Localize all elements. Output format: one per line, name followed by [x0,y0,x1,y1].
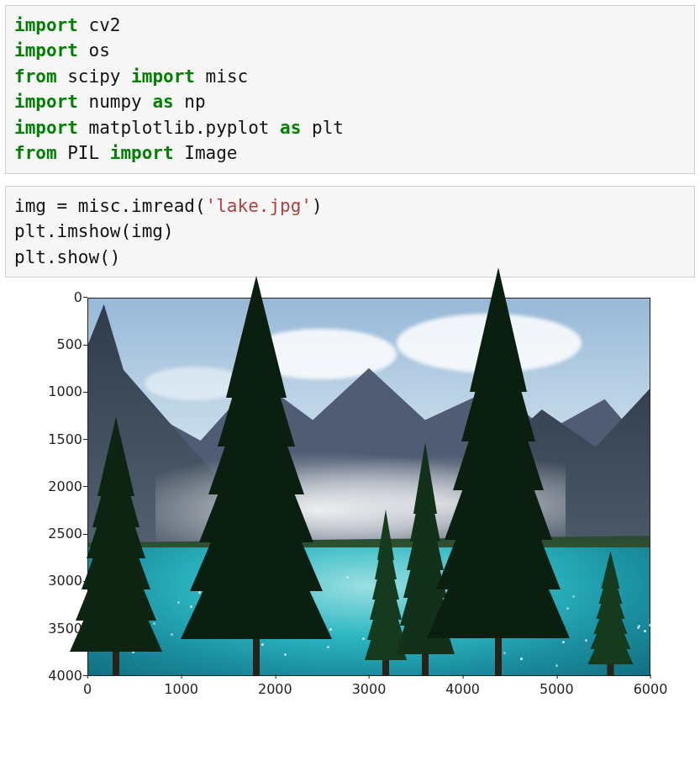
y-tick-label: 4000 [22,668,82,684]
tree-foliage [97,417,134,496]
image-sparkle [171,633,173,636]
code-token: misc [195,66,248,87]
code-token: from [14,143,57,163]
image-tree [70,441,162,675]
x-tick-label: 3000 [352,681,387,706]
code-token: import [14,92,78,112]
code-token: Image [174,143,238,163]
x-tick-label: 0 [83,681,92,706]
code-token: scipy [57,66,132,87]
code-token: numpy [78,92,153,112]
tree-foliage [226,276,287,398]
plot-axes [87,298,650,676]
code-token: np [174,92,206,112]
code-cell-1[interactable]: import cv2 import os from scipy import m… [5,5,695,174]
x-tick-label: 6000 [634,681,668,706]
code-token: cv2 [78,15,121,35]
y-tick-label: 2500 [22,526,82,542]
code-token: img = misc.imread( [14,196,206,216]
image-tree [587,563,634,675]
code-token: from [14,66,57,87]
code-token: import [110,143,174,163]
image-sparkle [346,576,349,579]
tree-foliage [470,267,527,392]
image-sparkle [572,595,575,598]
code-token: os [78,40,110,61]
x-tick-label: 2000 [258,681,292,706]
y-tick-label: 0 [22,289,82,305]
y-tick-label: 3000 [22,573,82,589]
image-sparkle [177,601,180,604]
y-tick-label: 500 [22,336,82,352]
x-tick-label: 1000 [164,681,198,706]
code-token: PIL [57,143,110,163]
image-tree [427,306,570,675]
code-token: import [131,66,195,87]
code-token: plt [301,118,344,138]
image-sparkle [644,630,646,632]
code-token: import [14,40,78,61]
code-token: ) [312,196,323,216]
code-cell-2[interactable]: img = misc.imread('lake.jpg') plt.imshow… [5,186,695,277]
y-tick-label: 2000 [22,478,82,494]
y-tick-label: 3500 [22,621,82,637]
tree-foliage [377,510,394,560]
tree-foliage [601,551,619,589]
code-token: matplotlib.pyplot [78,118,280,138]
code-token: 'lake.jpg' [206,196,312,216]
image-sparkle [649,624,651,626]
code-token: as [152,92,173,112]
code-token: import [14,15,78,35]
code-token: as [280,118,301,138]
code-token: import [14,118,78,138]
code-token: plt.imshow(img) [14,221,174,241]
code-token: plt.show() [14,247,120,267]
x-tick-label: 5000 [539,681,574,706]
image-tree [181,314,332,675]
image-sparkle [637,626,639,629]
y-tick-label: 1000 [22,383,82,399]
x-tick-label: 4000 [445,681,480,706]
output-plot: 05001000150020002500300035004000 0100020… [22,289,661,701]
y-tick-label: 1500 [22,431,82,447]
